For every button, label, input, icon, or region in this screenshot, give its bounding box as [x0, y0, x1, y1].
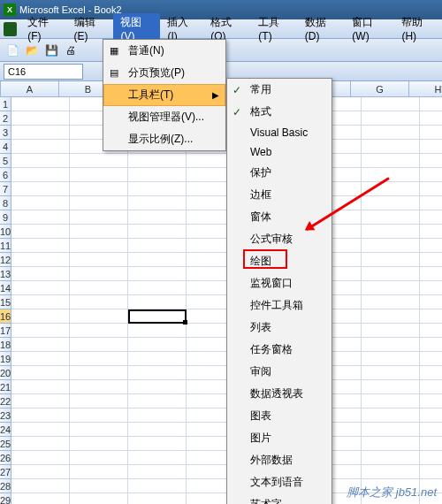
cell[interactable]: [128, 451, 187, 465]
cell[interactable]: [128, 465, 187, 479]
row-head-9[interactable]: 9: [0, 210, 11, 225]
toolbars-submenu[interactable]: ✓常用✓格式Visual BasicWeb保护边框窗体公式审核绘图监视窗口控件工…: [226, 78, 332, 504]
cell[interactable]: [362, 352, 420, 366]
cell[interactable]: [128, 352, 187, 366]
view-menu-item[interactable]: ▤分页预览(P): [103, 62, 225, 84]
cell[interactable]: [70, 168, 128, 182]
cell[interactable]: [11, 140, 70, 154]
cell[interactable]: [11, 239, 70, 253]
row-head-5[interactable]: 5: [0, 154, 11, 168]
cell[interactable]: [11, 465, 70, 479]
toolbar-submenu-item[interactable]: Visual Basic: [227, 123, 332, 142]
row-head-22[interactable]: 22: [0, 394, 11, 409]
cell[interactable]: [11, 182, 70, 196]
row-head-23[interactable]: 23: [0, 409, 11, 423]
row-head-27[interactable]: 27: [0, 465, 11, 479]
cell[interactable]: [128, 225, 187, 239]
cell[interactable]: [362, 295, 420, 309]
cell[interactable]: [362, 465, 420, 479]
cell[interactable]: [362, 267, 420, 281]
row-head-2[interactable]: 2: [0, 111, 11, 126]
cell[interactable]: [128, 380, 187, 394]
cell[interactable]: [362, 423, 420, 437]
cell[interactable]: [11, 281, 70, 295]
cell[interactable]: [70, 295, 128, 309]
cell[interactable]: [128, 168, 187, 182]
name-box[interactable]: C16: [4, 64, 83, 80]
row-head-16[interactable]: 16: [0, 309, 11, 324]
cell[interactable]: [362, 338, 420, 352]
cell[interactable]: [420, 267, 442, 281]
cell[interactable]: [420, 451, 442, 465]
toolbar-submenu-item[interactable]: 审阅: [227, 361, 332, 383]
cell[interactable]: [420, 423, 442, 437]
cell[interactable]: [420, 182, 442, 196]
toolbar-submenu-item[interactable]: 控件工具箱: [227, 294, 332, 317]
cell[interactable]: [362, 126, 420, 140]
toolbar-submenu-item[interactable]: 图片: [227, 427, 332, 449]
row-head-10[interactable]: 10: [0, 225, 11, 239]
toolbar-submenu-item[interactable]: Web: [227, 142, 332, 162]
cell[interactable]: [70, 210, 128, 225]
row-head-7[interactable]: 7: [0, 182, 11, 196]
cell[interactable]: [362, 111, 420, 126]
cell[interactable]: [128, 423, 187, 437]
cell[interactable]: [362, 97, 420, 111]
row-head-13[interactable]: 13: [0, 267, 11, 281]
toolbar-submenu-item[interactable]: 监视窗口: [227, 272, 332, 294]
cell[interactable]: [128, 154, 187, 168]
cell[interactable]: [11, 210, 70, 225]
cell[interactable]: [11, 267, 70, 281]
toolbar-submenu-item[interactable]: 艺术字: [227, 493, 332, 504]
cell[interactable]: [70, 451, 128, 465]
row-head-18[interactable]: 18: [0, 338, 11, 352]
open-icon[interactable]: 📂: [23, 42, 41, 59]
cell[interactable]: [11, 423, 70, 437]
cell[interactable]: [362, 309, 420, 324]
cell[interactable]: [11, 437, 70, 451]
cell[interactable]: [362, 437, 420, 451]
cell[interactable]: [70, 352, 128, 366]
toolbar-submenu-item[interactable]: 绘图: [227, 250, 332, 272]
save-icon[interactable]: 💾: [42, 42, 60, 59]
row-head-8[interactable]: 8: [0, 196, 11, 210]
cell[interactable]: [362, 225, 420, 239]
cell[interactable]: [420, 253, 442, 267]
cell[interactable]: [128, 239, 187, 253]
cell[interactable]: [128, 281, 187, 295]
cell[interactable]: [420, 154, 442, 168]
cell[interactable]: [420, 409, 442, 423]
row-head-26[interactable]: 26: [0, 451, 11, 465]
cell[interactable]: [128, 267, 187, 281]
cell[interactable]: [128, 409, 187, 423]
cell[interactable]: [70, 239, 128, 253]
row-head-6[interactable]: 6: [0, 168, 11, 182]
cell[interactable]: [11, 394, 70, 409]
cell[interactable]: [11, 409, 70, 423]
cell[interactable]: [70, 196, 128, 210]
cell[interactable]: [128, 479, 187, 493]
cell[interactable]: [11, 126, 70, 140]
cell[interactable]: [11, 309, 70, 324]
cell[interactable]: [70, 309, 128, 324]
cell[interactable]: [362, 196, 420, 210]
cell[interactable]: [420, 366, 442, 380]
cell[interactable]: [362, 451, 420, 465]
cell[interactable]: [420, 295, 442, 309]
row-headers[interactable]: 1234567891011121314151617181920212223242…: [0, 97, 11, 504]
cell[interactable]: [362, 182, 420, 196]
cell[interactable]: [420, 225, 442, 239]
cell[interactable]: [362, 210, 420, 225]
cell[interactable]: [70, 465, 128, 479]
toolbar-submenu-item[interactable]: 列表: [227, 317, 332, 339]
cell[interactable]: [420, 437, 442, 451]
cell[interactable]: [70, 338, 128, 352]
toolbar-submenu-item[interactable]: 文本到语音: [227, 471, 332, 493]
cell[interactable]: [11, 366, 70, 380]
cell[interactable]: [11, 97, 70, 111]
cell[interactable]: [11, 168, 70, 182]
view-menu-item[interactable]: 工具栏(T)▶: [103, 84, 225, 106]
cell[interactable]: [420, 111, 442, 126]
cell[interactable]: [362, 140, 420, 154]
row-head-20[interactable]: 20: [0, 366, 11, 380]
